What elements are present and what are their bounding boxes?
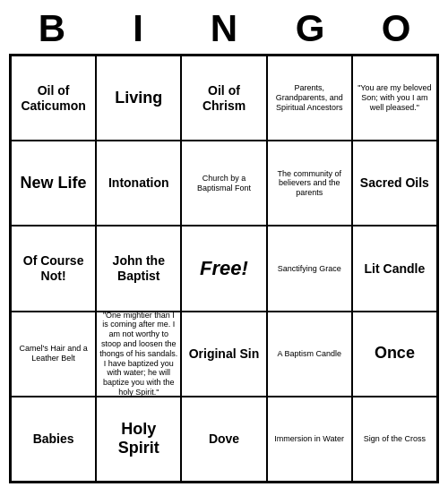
bingo-cell-17: Original Sin [181, 312, 266, 397]
bingo-cell-1: Living [96, 56, 181, 141]
header-letter-g: G [271, 7, 349, 50]
bingo-cell-5: New Life [11, 141, 96, 226]
bingo-cell-0: Oil of Caticumon [11, 56, 96, 141]
bingo-cell-3: Parents, Grandparents, and Spiritual Anc… [267, 56, 352, 141]
header-letter-n: N [185, 7, 263, 50]
bingo-cell-18: A Baptism Candle [267, 312, 352, 397]
bingo-cell-8: The community of believers and the paren… [267, 141, 352, 226]
bingo-cell-20: Babies [11, 397, 96, 482]
bingo-cell-11: John the Baptist [96, 226, 181, 311]
bingo-cell-9: Sacred Oils [352, 141, 437, 226]
bingo-cell-22: Dove [181, 397, 266, 482]
bingo-cell-13: Sanctifying Grace [267, 226, 352, 311]
bingo-cell-4: "You are my beloved Son; with you I am w… [352, 56, 437, 141]
bingo-cell-24: Sign of the Cross [352, 397, 437, 482]
bingo-cell-7: Church by a Baptismal Font [181, 141, 266, 226]
bingo-header: BINGO [9, 7, 439, 50]
bingo-cell-2: Oil of Chrism [181, 56, 266, 141]
bingo-cell-14: Lit Candle [352, 226, 437, 311]
bingo-cell-15: Camel's Hair and a Leather Belt [11, 312, 96, 397]
bingo-grid: Oil of CaticumonLivingOil of ChrismParen… [9, 54, 439, 483]
header-letter-o: O [357, 7, 435, 50]
bingo-cell-21: Holy Spirit [96, 397, 181, 482]
bingo-cell-10: Of Course Not! [11, 226, 96, 311]
bingo-cell-6: Intonation [96, 141, 181, 226]
bingo-cell-19: Once [352, 312, 437, 397]
bingo-cell-12: Free! [181, 226, 266, 311]
header-letter-b: B [13, 7, 91, 50]
bingo-cell-16: "One mightier than I is coming after me.… [96, 312, 181, 397]
bingo-cell-23: Immersion in Water [267, 397, 352, 482]
header-letter-i: I [99, 7, 177, 50]
